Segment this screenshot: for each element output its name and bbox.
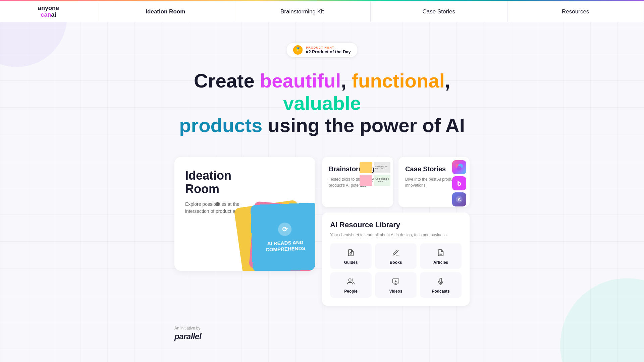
hero-comma2: , xyxy=(445,70,450,92)
initiative-label: An initiative by xyxy=(174,326,470,330)
top-row: Brainstorming Kit Tested tools to discov… xyxy=(322,157,470,207)
people-icon xyxy=(345,276,356,287)
svg-text:A: A xyxy=(458,197,461,202)
navigation: anyone canai Ideation Room Brainstorming… xyxy=(0,1,644,22)
footer: An initiative by parallel xyxy=(174,326,470,355)
sticky-text: How might we use AI for... xyxy=(374,162,390,173)
svg-point-8 xyxy=(349,279,351,281)
nav-items: Ideation Room Brainstorming Kit Case Sto… xyxy=(97,1,644,22)
guides-label: Guides xyxy=(344,260,358,265)
resource-item-guides[interactable]: Guides xyxy=(330,243,372,269)
resource-item-people[interactable]: People xyxy=(330,272,372,298)
hero-functional: functional xyxy=(352,70,445,92)
medal-icon: 🏅 xyxy=(293,45,303,55)
svg-marker-10 xyxy=(395,280,397,282)
card-blue-label: AI READS AND COMPREHENDS xyxy=(258,239,312,253)
parallel-logo: parallel xyxy=(174,332,470,341)
badge-text: #2 Product of the Day xyxy=(306,49,351,54)
card-ideation-room[interactable]: Ideation Room Explore possibilities at t… xyxy=(174,157,315,271)
guides-icon xyxy=(345,247,356,258)
svg-point-2 xyxy=(457,166,462,171)
podcasts-label: Podcasts xyxy=(432,289,449,294)
sticky-notes: How might we use AI for... "Something is… xyxy=(360,162,390,186)
hero-beautiful: beautiful xyxy=(260,70,341,92)
badge-label: PRODUCT HUNT xyxy=(306,46,351,49)
hero-valuable: valuable xyxy=(283,92,361,114)
svg-point-5 xyxy=(350,252,352,254)
hero-comma1: , xyxy=(341,70,352,92)
ai-icon: ⟳ xyxy=(278,222,291,236)
resource-item-podcasts[interactable]: Podcasts xyxy=(420,272,462,298)
product-hunt-badge[interactable]: 🏅 PRODUCT HUNT #2 Product of the Day xyxy=(286,42,358,58)
main-content: 🏅 PRODUCT HUNT #2 Product of the Day Cre… xyxy=(0,22,644,355)
videos-label: Videos xyxy=(389,289,402,294)
nav-item-case-stories[interactable]: Case Stories xyxy=(371,1,507,22)
ideation-visual: ⟳ AI READS AND COMPREHENDS xyxy=(215,190,315,271)
card-brainstorming-kit[interactable]: Brainstorming Kit Tested tools to discov… xyxy=(322,157,393,207)
videos-icon xyxy=(390,276,401,287)
hero-heading: Create beautiful, functional, valuable p… xyxy=(171,70,473,137)
right-column: Brainstorming Kit Tested tools to discov… xyxy=(322,157,470,306)
hero-prefix: Create xyxy=(194,70,260,92)
rainbow-bar xyxy=(0,0,644,1)
hero-products: products xyxy=(179,114,262,136)
nav-item-resources[interactable]: Resources xyxy=(507,1,644,22)
badge-content: PRODUCT HUNT #2 Product of the Day xyxy=(306,46,351,54)
sticky-green: "Something is here..." xyxy=(374,175,390,186)
nav-item-ideation-room[interactable]: Ideation Room xyxy=(97,1,234,22)
app-icon-3: A xyxy=(452,192,466,206)
resource-title: AI Resource Library xyxy=(330,221,462,229)
articles-icon xyxy=(435,247,446,258)
card-case-stories[interactable]: Case Stories Dive into the best AI produ… xyxy=(398,157,470,207)
card-stack: ⟳ AI READS AND COMPREHENDS xyxy=(215,190,315,271)
hero-suffix: using the power of AI xyxy=(262,114,465,136)
people-label: People xyxy=(344,289,357,294)
sticky-yellow xyxy=(360,162,372,173)
logo-text: anyone canai xyxy=(38,5,59,18)
resource-item-videos[interactable]: Videos xyxy=(375,272,417,298)
card-blue-content: ⟳ AI READS AND COMPREHENDS xyxy=(251,215,315,260)
books-label: Books xyxy=(390,260,402,265)
app-icon-1 xyxy=(452,160,466,174)
podcasts-icon xyxy=(435,276,446,287)
cards-grid: Ideation Room Explore possibilities at t… xyxy=(174,157,470,306)
sticky-pink xyxy=(360,175,372,186)
resource-description: Your cheatsheet to learn all about AI in… xyxy=(330,232,462,238)
resource-item-books[interactable]: Books xyxy=(375,243,417,269)
stacked-card-blue: ⟳ AI READS AND COMPREHENDS xyxy=(251,203,315,271)
resource-grid: Guides Books xyxy=(330,243,462,298)
app-icons: b A xyxy=(452,160,466,206)
card-resource-library[interactable]: AI Resource Library Your cheatsheet to l… xyxy=(322,213,470,306)
articles-label: Articles xyxy=(433,260,448,265)
app-icon-2: b xyxy=(452,176,466,190)
books-icon xyxy=(390,247,401,258)
resource-item-articles[interactable]: Articles xyxy=(420,243,462,269)
logo[interactable]: anyone canai xyxy=(0,1,97,22)
nav-item-brainstorming-kit[interactable]: Brainstorming Kit xyxy=(234,1,371,22)
